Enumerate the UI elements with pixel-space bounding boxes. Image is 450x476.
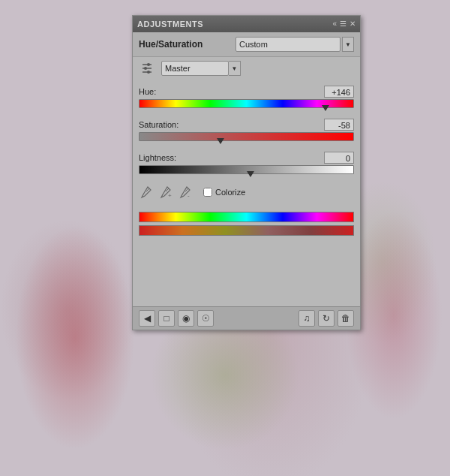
hue-track-container[interactable] [139,99,354,113]
hue-label-row: Hue: +146 [139,86,354,98]
panel-content: Hue: +146 Saturation: -58 [133,80,360,306]
spectrum-input-bar [139,212,354,222]
empty-space [139,240,354,300]
reset-button[interactable]: ↻ [318,310,334,327]
svg-point-4 [144,67,147,70]
lightness-label-row: Lightness: 0 [139,152,354,164]
panel-footer: ◀ □ ◉ ☉ ♫ ↻ 🗑 [133,306,360,330]
svg-point-5 [147,71,150,74]
spectrum-output-bar [139,225,354,236]
delete-button[interactable]: 🗑 [338,310,354,327]
reset-icon: ↻ [322,313,330,324]
adjustments-icon[interactable] [139,60,155,77]
footer-left: ◀ □ ◉ ☉ [139,310,214,327]
adjustment-type-label: Hue/Saturation [139,39,202,50]
delete-icon: 🗑 [341,313,350,324]
remove-sample-tool[interactable]: - [178,185,193,200]
remove-eyedropper-icon: - [179,185,191,199]
hue-value[interactable]: +146 [324,86,354,98]
mask-button[interactable]: ☉ [197,310,214,327]
options2-button[interactable]: ♫ [298,310,315,327]
titlebar-controls: « ☰ ✕ [332,20,356,28]
svg-text:+: + [168,192,172,199]
preset-select[interactable]: Custom [236,37,340,52]
saturation-thumb[interactable] [217,138,224,144]
colorize-row: Colorize [203,188,245,197]
back-button[interactable]: ◀ [139,310,155,327]
tools-row: + - Colorize [139,185,354,200]
lightness-label: Lightness: [139,153,176,162]
layer-button[interactable]: □ [158,310,175,327]
hue-track[interactable] [139,99,354,108]
svg-point-3 [147,63,150,66]
eyedropper-icon [140,185,152,199]
eyedropper-tool[interactable] [139,185,154,200]
eye-button[interactable]: ◉ [178,310,194,327]
footer-right: ♫ ↻ 🗑 [298,310,354,327]
floral-decoration-left [15,225,135,450]
eye-icon: ◉ [182,313,190,324]
lightness-track[interactable] [139,165,354,174]
add-eyedropper-icon: + [160,185,172,199]
channel-dropdown-wrapper: MasterRedsYellowsGreensCyansBluesMagenta… [158,61,241,76]
saturation-label-row: Saturation: -58 [139,119,354,131]
saturation-label: Saturation: [139,120,178,129]
colorize-checkbox[interactable] [203,188,212,197]
mask-icon: ☉ [202,313,210,324]
collapse-button[interactable]: « [332,20,337,28]
hue-label: Hue: [139,87,156,96]
preset-dropdown-arrow[interactable]: ▼ [342,37,354,52]
saturation-track[interactable] [139,132,354,141]
close-button[interactable]: ✕ [350,20,356,28]
lightness-thumb[interactable] [247,171,254,177]
channel-select[interactable]: MasterRedsYellowsGreensCyansBluesMagenta… [161,61,229,76]
panel-toolbar: MasterRedsYellowsGreensCyansBluesMagenta… [133,57,360,80]
adjustments-panel: ADJUSTMENTS « ☰ ✕ Hue/Saturation Custom … [132,15,361,330]
panel-titlebar: ADJUSTMENTS « ☰ ✕ [133,16,360,32]
lightness-slider-row: Lightness: 0 [139,152,354,179]
colorize-label: Colorize [215,188,245,197]
lightness-value[interactable]: 0 [324,152,354,164]
add-sample-tool[interactable]: + [158,185,173,200]
hue-slider-row: Hue: +146 [139,86,354,113]
sliders-icon [140,62,154,75]
color-bar-section [139,207,354,240]
channel-dropdown-arrow[interactable]: ▼ [229,61,241,76]
preset-dropdown: Custom ▼ [236,37,354,52]
saturation-slider-row: Saturation: -58 [139,119,354,146]
options-button[interactable]: ☰ [340,20,346,28]
panel-header: Hue/Saturation Custom ▼ [133,32,360,57]
layer-icon: □ [164,313,169,324]
panel-title: ADJUSTMENTS [137,20,203,29]
svg-text:-: - [188,192,190,199]
lightness-track-container[interactable] [139,165,354,179]
saturation-value[interactable]: -58 [324,119,354,131]
options2-icon: ♫ [304,313,310,324]
saturation-track-container[interactable] [139,132,354,146]
hue-thumb[interactable] [322,105,329,111]
back-icon: ◀ [144,313,151,324]
